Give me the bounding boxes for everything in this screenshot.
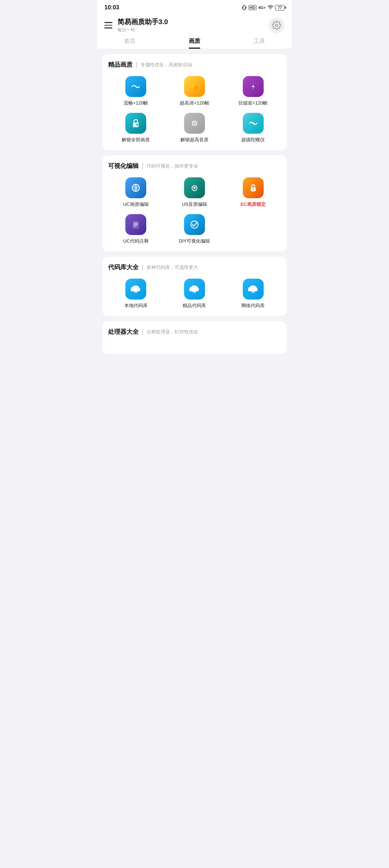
tab-bar: 首页 画质 工具	[97, 33, 292, 49]
us-audio-edit-item[interactable]: US音质编辑	[167, 177, 223, 208]
uc-quality-edit-item[interactable]: UC画质编辑	[108, 177, 164, 208]
premium-codelib-label: 精品代码库	[183, 302, 206, 309]
super-gyro-item[interactable]: 超级陀螺仪	[225, 113, 281, 143]
diy-visual-edit-item[interactable]: DIY可视化编辑	[167, 214, 223, 244]
uc-code-comment-icon	[125, 214, 146, 235]
app-header: 简易画质助手3.0 每日一句	[97, 13, 292, 33]
unlock-audio-icon	[184, 113, 205, 134]
svg-rect-23	[252, 292, 255, 293]
uc-quality-edit-label: UC画质编辑	[123, 201, 149, 208]
visual-edit-card: 可视化编辑 代码可视化，操作更专业 UC画质编辑	[102, 155, 287, 252]
main-content: 精品画质 专属性优化，高效秒启动 流畅+120帧	[97, 49, 292, 361]
codelib-title: 代码库大全	[108, 263, 139, 271]
unlock-all-label: 解锁全部画质	[122, 137, 150, 143]
network-codelib-item[interactable]: 网络代码库	[225, 279, 281, 309]
uhd-120fps-item[interactable]: 超高清+120帧	[167, 76, 223, 106]
premium-grid: 流畅+120帧 超高清+120帧	[108, 76, 281, 143]
network-codelib-label: 网络代码库	[241, 302, 265, 309]
svg-rect-19	[134, 292, 137, 293]
svg-point-8	[136, 124, 138, 126]
uhd-120fps-icon	[184, 76, 205, 97]
local-codelib-item[interactable]: 本地代码库	[108, 279, 164, 309]
antialias-120fps-item[interactable]: 抗锯齿+120帧	[225, 76, 281, 106]
visual-edit-grid-row1: UC画质编辑 US音质编辑	[108, 177, 281, 208]
visual-edit-title: 可视化编辑	[108, 162, 139, 170]
status-bar: 10:03 HD 4G+ 77	[97, 0, 292, 13]
ec-quality-lock-item[interactable]: EC画质锁定	[225, 177, 281, 208]
super-gyro-label: 超级陀螺仪	[241, 137, 265, 143]
signal-4g: 4G+	[258, 5, 266, 10]
smooth-120fps-label: 流畅+120帧	[124, 100, 148, 106]
antialias-label: 抗锯齿+120帧	[238, 100, 268, 106]
local-codelib-label: 本地代码库	[124, 302, 148, 309]
uc-code-comment-label: UC代码注释	[123, 238, 149, 244]
battery-indicator: 77	[275, 5, 285, 10]
tab-home[interactable]: 首页	[97, 37, 162, 49]
unlock-all-quality-item[interactable]: 解锁全部画质	[108, 113, 164, 143]
tab-quality[interactable]: 画质	[162, 37, 227, 49]
gear-icon	[272, 21, 281, 30]
network-codelib-icon	[243, 279, 264, 300]
ec-quality-lock-label: EC画质锁定	[241, 201, 266, 208]
svg-rect-2	[246, 6, 247, 9]
menu-button[interactable]	[104, 22, 112, 28]
uc-quality-edit-icon	[125, 177, 146, 198]
codelib-subtitle: 多种代码库，可选性更大	[147, 264, 198, 271]
premium-title: 精品画质	[108, 61, 133, 69]
svg-rect-16	[133, 221, 139, 229]
svg-rect-1	[242, 6, 243, 9]
ec-quality-lock-icon	[243, 177, 264, 198]
card-divider-3	[142, 265, 143, 270]
smooth-120fps-item[interactable]: 流畅+120帧	[108, 76, 164, 106]
uc-code-comment-item[interactable]: UC代码注释	[108, 214, 164, 244]
us-audio-edit-label: US音质编辑	[182, 201, 207, 208]
vibrate-icon	[242, 5, 247, 10]
svg-rect-0	[243, 5, 245, 10]
settings-button[interactable]	[269, 17, 285, 33]
processor-section-card: 处理器大全 分辨处理器，针对性优化	[102, 321, 287, 354]
codelib-grid: 本地代码库 精品代码库	[108, 279, 281, 309]
unlock-all-icon	[125, 113, 146, 134]
processor-title: 处理器大全	[108, 328, 139, 336]
visual-edit-subtitle: 代码可视化，操作更专业	[147, 163, 198, 169]
uhd-120fps-label: 超高清+120帧	[180, 100, 209, 106]
svg-rect-21	[193, 292, 196, 293]
us-audio-edit-icon	[184, 177, 205, 198]
svg-rect-18	[134, 291, 138, 292]
svg-rect-20	[192, 291, 197, 292]
premium-subtitle: 专属性优化，高效秒启动	[140, 62, 192, 68]
processor-subtitle: 分辨处理器，针对性优化	[147, 329, 198, 335]
svg-point-13	[194, 188, 195, 189]
hd-badge: HD	[249, 5, 256, 10]
svg-marker-6	[252, 83, 255, 90]
unlock-audio-item[interactable]: 解锁超高音质	[167, 113, 223, 143]
svg-point-9	[194, 123, 195, 124]
unlock-audio-label: 解锁超高音质	[180, 137, 209, 143]
status-icons: HD 4G+ 77	[242, 5, 285, 10]
premium-codelib-item[interactable]: 精品代码库	[167, 279, 223, 309]
card-divider-2	[142, 163, 143, 169]
tab-tools[interactable]: 工具	[227, 37, 292, 49]
card-divider	[136, 62, 137, 68]
diy-visual-edit-label: DIY可视化编辑	[179, 238, 210, 244]
svg-point-10	[252, 123, 254, 124]
visual-edit-grid-row2: UC代码注释 DIY可视化编辑	[108, 214, 281, 244]
svg-point-5	[194, 85, 198, 90]
card-divider-4	[142, 329, 143, 335]
diy-visual-edit-icon	[184, 214, 205, 235]
wifi-icon	[268, 5, 273, 10]
svg-point-15	[252, 189, 254, 190]
premium-quality-card: 精品画质 专属性优化，高效秒启动 流畅+120帧	[102, 54, 287, 150]
status-time: 10:03	[104, 4, 119, 11]
smooth-120fps-icon	[125, 76, 146, 97]
super-gyro-icon	[243, 113, 264, 134]
antialias-icon	[243, 76, 264, 97]
app-subtitle: 每日一句	[117, 27, 168, 33]
premium-codelib-icon	[184, 279, 205, 300]
svg-rect-22	[251, 291, 255, 292]
local-codelib-icon	[125, 279, 146, 300]
code-library-card: 代码库大全 多种代码库，可选性更大 本地代码库	[102, 257, 287, 316]
app-title: 简易画质助手3.0	[117, 17, 168, 27]
